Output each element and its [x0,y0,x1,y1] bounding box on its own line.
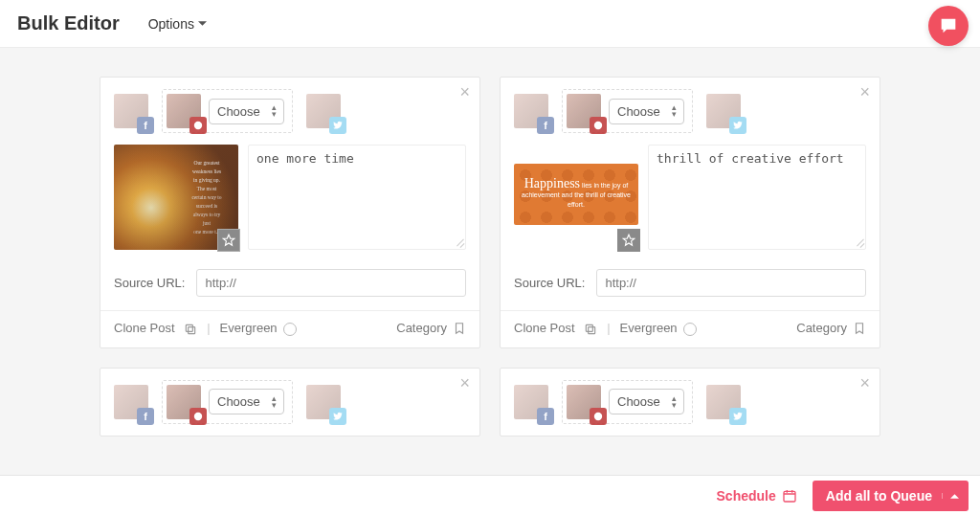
svg-rect-1 [189,326,195,333]
card-footer: Clone Post | Evergreen Category [514,321,866,336]
facebook-icon: f [137,117,154,134]
post-card: × f Choose ▴▾ Our greatestweakness liesi [100,77,480,348]
pinterest-icon [590,408,607,425]
evergreen-toggle[interactable]: Evergreen [620,321,697,336]
board-select[interactable]: Choose [609,389,684,414]
pinterest-profile-group: Choose ▴▾ [562,89,693,133]
svg-point-7 [594,412,602,419]
post-card: × f Choose ▴▾ Happiness lie [500,77,880,348]
svg-rect-8 [784,491,795,502]
pinterest-profile[interactable] [567,94,601,128]
chat-icon [938,15,959,36]
bookmark-icon [853,322,866,335]
source-url-input[interactable] [596,269,866,297]
profile-row: f Choose ▴▾ [114,89,466,133]
twitter-profile[interactable] [306,385,341,419]
source-url-input[interactable] [196,269,466,297]
clone-post-button[interactable]: Clone Post [114,321,197,336]
post-text-input[interactable]: thrill of creative effort [648,145,866,250]
divider [501,310,880,311]
options-menu[interactable]: Options [148,16,207,32]
schedule-button[interactable]: Schedule [717,488,797,504]
bookmark-icon [453,322,466,335]
caret-up-icon [950,493,959,499]
profile-row: f Choose ▴▾ [514,380,866,424]
twitter-icon [329,117,346,134]
profile-row: f Choose ▴▾ [514,89,866,133]
twitter-icon [729,408,746,425]
post-card: × f Choose ▴▾ [500,368,880,437]
bottom-bar: Schedule Add all to Queue [0,475,980,515]
profile-row: f Choose ▴▾ [114,380,466,424]
pinterest-profile[interactable] [167,385,201,419]
facebook-profile[interactable]: f [114,94,148,128]
cards-grid: × f Choose ▴▾ Our greatestweakness liesi [0,48,980,456]
separator: | [607,321,610,335]
schedule-label: Schedule [717,488,776,504]
calendar-icon [782,488,797,504]
facebook-icon: f [137,408,154,425]
content-row: Happiness lies in the joy of achievement… [514,145,866,250]
svg-rect-4 [589,326,595,333]
svg-rect-5 [587,325,593,331]
clone-icon [584,323,597,336]
content-row: Our greatestweakness liesin giving up.Th… [114,145,466,250]
star-icon [622,234,635,247]
pinterest-profile-group: Choose ▴▾ [162,380,293,424]
editor-scroll-area: × f Choose ▴▾ Our greatestweakness liesi [0,48,980,475]
post-text-input[interactable]: one more time [248,145,466,250]
twitter-profile[interactable] [306,94,341,128]
pinterest-icon [189,408,207,425]
image-quote-text: Happiness lies in the joy of achievement… [514,173,638,215]
radio-icon [683,323,697,336]
post-image-wrap: Happiness lies in the joy of achievement… [514,145,638,250]
svg-point-6 [194,412,202,419]
facebook-profile[interactable]: f [114,385,148,419]
twitter-icon [729,117,746,134]
board-select[interactable]: Choose [209,99,284,124]
post-image-wrap: Our greatestweakness liesin giving up.Th… [114,145,238,250]
board-select[interactable]: Choose [209,389,284,414]
pinterest-profile[interactable] [167,94,201,128]
add-all-to-queue-button[interactable]: Add all to Queue [813,481,969,511]
facebook-icon: f [537,117,554,134]
facebook-profile[interactable]: f [514,385,548,419]
close-card-button[interactable]: × [459,83,470,101]
close-card-button[interactable]: × [859,374,870,392]
favorite-image-button[interactable] [617,229,640,252]
source-url-label: Source URL: [114,276,185,290]
close-card-button[interactable]: × [459,374,470,392]
separator: | [207,321,210,335]
twitter-profile[interactable] [706,385,741,419]
category-button[interactable]: Category [396,321,466,335]
top-bar: Bulk Editor Options [0,0,980,48]
category-button[interactable]: Category [796,321,866,335]
post-image[interactable]: Happiness lies in the joy of achievement… [514,164,638,225]
board-select[interactable]: Choose [609,99,684,124]
twitter-profile[interactable] [706,94,741,128]
pinterest-profile[interactable] [567,385,601,419]
add-all-label: Add all to Queue [826,488,932,504]
card-footer: Clone Post | Evergreen Category [114,321,466,336]
source-url-row: Source URL: [514,269,866,297]
evergreen-toggle[interactable]: Evergreen [220,321,297,336]
close-card-button[interactable]: × [859,83,870,101]
star-icon [222,234,235,247]
clone-icon [184,323,197,336]
queue-dropdown-toggle[interactable] [942,493,959,499]
favorite-image-button[interactable] [217,229,240,252]
source-url-row: Source URL: [114,269,466,297]
radio-icon [283,323,297,336]
caret-down-icon [198,21,207,27]
source-url-label: Source URL: [514,276,585,290]
clone-post-button[interactable]: Clone Post [514,321,597,336]
twitter-icon [329,408,346,425]
app-title: Bulk Editor [17,12,120,34]
svg-point-0 [194,122,202,129]
pinterest-profile-group: Choose ▴▾ [562,380,693,424]
facebook-icon: f [537,408,554,425]
post-card: × f Choose ▴▾ [100,368,480,437]
divider [100,310,479,311]
facebook-profile[interactable]: f [514,94,548,128]
help-chat-button[interactable] [928,6,969,46]
